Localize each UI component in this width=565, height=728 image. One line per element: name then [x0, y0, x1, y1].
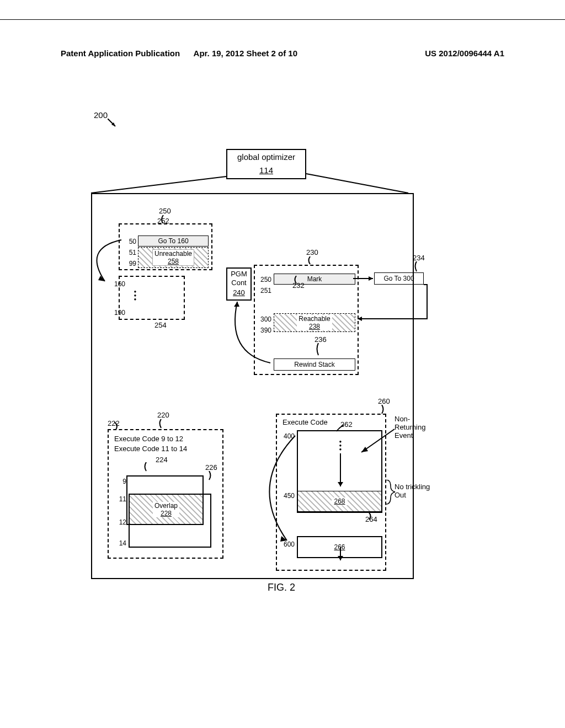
ref-220-leader: [158, 419, 165, 429]
row-250b: 250: [256, 276, 271, 283]
exec-title: Execute Code: [282, 418, 328, 426]
box-220: Execute Code 9 to 12 Execute Code 11 to …: [108, 429, 223, 559]
figure-2: 200 global optimizer 114 250 50 51 99 Go…: [77, 88, 486, 607]
exec-line2: Execute Code 11 to 14: [114, 445, 187, 453]
svg-marker-14: [361, 447, 368, 452]
row-9: 9: [111, 478, 126, 485]
arrow-rewind-pgm: [204, 298, 287, 372]
arrow-mark-goto300: [353, 276, 430, 325]
ref-236-leader: [316, 343, 322, 357]
ref-236: 236: [315, 335, 327, 344]
pgm-ref: 240: [227, 288, 250, 297]
row-12: 12: [111, 518, 126, 526]
ref-234-leader: [414, 261, 420, 272]
mark-box: Mark: [274, 274, 355, 285]
ref-226: 226: [205, 463, 217, 472]
row-251: 251: [256, 287, 271, 295]
svg-marker-7: [358, 317, 362, 321]
header-mid: Apr. 19, 2012 Sheet 2 of 10: [194, 49, 297, 58]
header-left: Patent Application Publication: [61, 49, 180, 58]
ref-220: 220: [157, 411, 169, 419]
goto-160: Go To 160: [138, 235, 209, 247]
ref-224-leader: [143, 462, 150, 472]
arrow-down-600: [335, 547, 346, 564]
annot-notrickling: No trickling Out: [395, 483, 430, 499]
ref-224: 224: [156, 456, 168, 464]
svg-line-2: [91, 176, 226, 193]
arrow-nonreturning: [359, 425, 397, 458]
row-190: 190: [106, 309, 125, 317]
ref-226-leader: [206, 471, 213, 481]
row-11: 11: [111, 495, 126, 503]
ref-250: 250: [159, 207, 171, 215]
annot-nonreturning: Non- Returning Event: [395, 415, 425, 440]
cont-label: Cont: [227, 279, 250, 287]
ref-234: 234: [413, 254, 425, 262]
vdots-2: ●●●: [338, 440, 343, 451]
ref-262-leader: [337, 425, 347, 433]
ref-254: 254: [154, 321, 167, 329]
svg-line-3: [306, 174, 408, 193]
svg-marker-10: [338, 482, 343, 486]
row-14: 14: [111, 539, 126, 547]
page-header: Patent Application Publication Apr. 19, …: [61, 49, 504, 58]
ref-230: 230: [306, 248, 318, 256]
brace-notrickling: [384, 480, 397, 505]
header-right: US 2012/0096444 A1: [425, 49, 504, 58]
page-rule: [0, 19, 565, 20]
svg-marker-12: [338, 556, 343, 560]
arrow-goto160: [88, 232, 143, 298]
arrow-curved-600: [248, 430, 303, 552]
ref-252: 252: [157, 217, 169, 225]
block-268: 268: [297, 491, 382, 512]
overlap-block: Overlap 228: [129, 494, 203, 524]
figure-caption: FIG. 2: [77, 582, 486, 593]
ref-260: 260: [378, 397, 390, 405]
pgm-cont-box: PGM Cont 240: [226, 267, 252, 301]
unreachable-block: Unreachable 258: [138, 247, 209, 268]
arrow-down-450: [335, 453, 346, 491]
ref-232-leader: [294, 276, 300, 284]
exec-line1: Execute Code 9 to 12: [114, 435, 183, 443]
pgm-label: PGM: [227, 270, 250, 278]
ref-264-leader: [366, 513, 373, 521]
svg-marker-6: [369, 276, 373, 281]
